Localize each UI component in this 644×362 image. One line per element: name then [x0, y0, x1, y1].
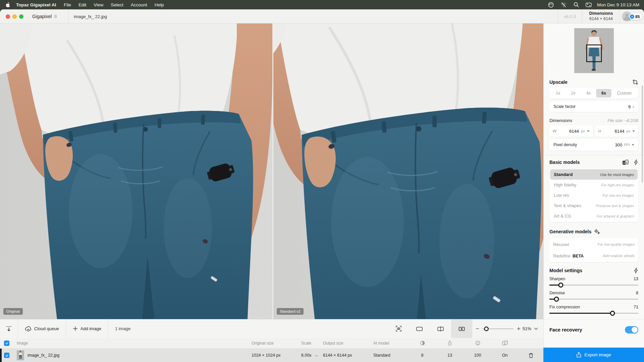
app-tab-label: Gigapixel [32, 14, 52, 19]
creative-cloud-icon[interactable] [548, 2, 554, 8]
minimize-window-button[interactable] [12, 14, 17, 19]
row-face-recovery-value: 100 [464, 353, 491, 358]
tab-document[interactable]: image_fx_ 22.jpg [74, 9, 107, 23]
zoom-slider-knob[interactable] [484, 326, 489, 331]
upscale-title: Upscale [549, 79, 568, 85]
menubar-app-name[interactable]: Topaz Gigapixel AI [12, 0, 60, 9]
credits-badge[interactable]: 85 [629, 13, 642, 20]
model-redefine[interactable]: Redefine BETA Add realistic details [549, 250, 638, 261]
height-value[interactable]: 6144 [614, 129, 624, 134]
scale-factor-row[interactable]: Scale factor 6x [549, 101, 638, 112]
split-view-icon[interactable] [430, 319, 451, 338]
width-value[interactable]: 6144 [569, 129, 579, 134]
focus-view-icon[interactable] [388, 319, 409, 338]
original-photo [0, 23, 272, 319]
model-recover[interactable]: Recover For low-quality images [549, 239, 638, 250]
single-view-icon[interactable] [409, 319, 430, 338]
menu-help[interactable]: Help [151, 0, 168, 9]
col-image[interactable]: Image [12, 341, 247, 346]
upscale-option-2x[interactable]: 2x [566, 89, 581, 98]
table-header-row: Image Original size Scale Output size AI… [0, 338, 543, 349]
queue-download-icon[interactable] [0, 319, 18, 338]
height-field[interactable]: H 6144 px [595, 125, 639, 137]
zoom-level[interactable]: 51% [523, 326, 531, 331]
image-count: 1 image [108, 319, 137, 338]
tab-gigapixel[interactable]: Gigapixel 8 [32, 9, 57, 23]
pixel-density-dropdown-icon[interactable] [632, 144, 634, 146]
zoom-slider[interactable] [483, 326, 514, 331]
header-dimensions-label: Dimensions [589, 11, 613, 16]
scale-factor-value[interactable]: 6 [628, 104, 631, 109]
pixel-density-field[interactable]: Pixel density 300 PPI [549, 139, 638, 150]
select-all-checkbox[interactable] [4, 341, 9, 346]
file-row[interactable]: image_fx_ 22.jpg 1024 × 1024 px 6.00x → … [0, 349, 543, 362]
menu-edit[interactable]: Edit [75, 0, 90, 9]
denoise-slider-knob[interactable] [554, 297, 559, 302]
width-field[interactable]: W 6144 px [549, 125, 593, 137]
col-scale[interactable]: Scale [297, 341, 318, 346]
zoom-in-button[interactable]: + [517, 325, 521, 333]
face-recovery-toggle[interactable] [625, 326, 638, 334]
sidebar-scrollbar[interactable] [642, 85, 643, 183]
menu-view[interactable]: View [90, 0, 107, 9]
fix-compression-slider-knob[interactable] [610, 311, 615, 316]
export-image-button[interactable]: Export image [543, 348, 644, 362]
row-checkbox[interactable] [4, 353, 9, 358]
auto-settings-lightning-icon[interactable] [633, 267, 638, 274]
col-denoise-icon[interactable] [436, 341, 464, 346]
col-sharpen-icon[interactable] [409, 341, 436, 346]
app-version-label: v8.0.3 [558, 9, 582, 23]
side-by-side-view-icon[interactable] [451, 319, 472, 338]
original-image-panel[interactable]: Original [0, 23, 272, 319]
model-low-res[interactable]: Low res For low-res images [550, 190, 638, 200]
zoom-dropdown-chevron-icon[interactable] [534, 327, 538, 330]
col-face-recovery-icon[interactable] [464, 341, 491, 346]
upscale-option-1x[interactable]: 1x [550, 89, 566, 98]
fix-compression-slider[interactable] [549, 310, 638, 316]
menu-select[interactable]: Select [107, 0, 127, 9]
close-window-button[interactable] [6, 14, 10, 19]
control-center-icon[interactable] [586, 3, 592, 7]
wifi-off-icon[interactable] [560, 2, 567, 8]
auto-model-lightning-icon[interactable] [633, 159, 638, 165]
crop-icon[interactable] [632, 79, 638, 85]
model-high-fidelity[interactable]: High fidelity For high-res images [550, 180, 638, 190]
sharpen-slider-knob[interactable] [558, 283, 564, 288]
model-standard[interactable]: Standard Use for most images [550, 169, 638, 180]
menu-account[interactable]: Account [127, 0, 151, 9]
denoise-slider[interactable] [549, 296, 638, 302]
col-output-size[interactable]: Output size [318, 341, 369, 346]
height-unit-dropdown-icon[interactable] [632, 130, 635, 132]
preview-image-panel[interactable]: Standard v2 [273, 23, 543, 319]
model-art-cg[interactable]: Art & CG For artwork & graphics [550, 211, 638, 221]
spotlight-search-icon[interactable] [574, 2, 579, 7]
model-text-shapes[interactable]: Text & shapes Preserve text & shapes [550, 200, 638, 211]
width-unit-dropdown-icon[interactable] [587, 130, 590, 132]
upscale-option-6x[interactable]: 6x [596, 89, 611, 98]
zoom-window-button[interactable] [19, 14, 23, 19]
cloud-queue-button[interactable]: Cloud queue [18, 319, 66, 338]
col-ai-model[interactable]: AI model [369, 341, 409, 346]
navigation-thumbnail[interactable] [574, 28, 614, 73]
model-settings-title: Model settings [549, 268, 582, 273]
settings-sidebar: Upscale 1x 2x 4x 6x Custom Scale factor … [543, 23, 644, 348]
upscale-option-custom[interactable]: Custom [611, 89, 637, 98]
delete-row-button[interactable] [518, 353, 543, 358]
scale-factor-label: Scale factor [553, 104, 576, 109]
col-comparison-icon[interactable] [491, 341, 518, 346]
account-area[interactable]: 85 [620, 9, 644, 23]
pixel-density-value[interactable]: 300 [615, 142, 623, 147]
model-name: Low res [554, 193, 569, 198]
menubar-clock[interactable]: Mon Dec 9 10:13 AM [597, 2, 639, 7]
scale-factor-unit: x [633, 105, 635, 109]
menu-file[interactable]: File [60, 0, 75, 9]
zoom-out-button[interactable]: − [476, 325, 479, 333]
col-original-size[interactable]: Original size [247, 341, 297, 346]
upscale-option-4x[interactable]: 4x [581, 89, 596, 98]
preview-photo [273, 23, 543, 319]
apple-menu-icon[interactable] [0, 0, 12, 9]
ab-compare-icon[interactable]: AB [622, 160, 629, 165]
add-image-button[interactable]: Add image [66, 319, 108, 338]
width-unit: px [581, 129, 585, 133]
sharpen-slider[interactable] [549, 282, 638, 288]
